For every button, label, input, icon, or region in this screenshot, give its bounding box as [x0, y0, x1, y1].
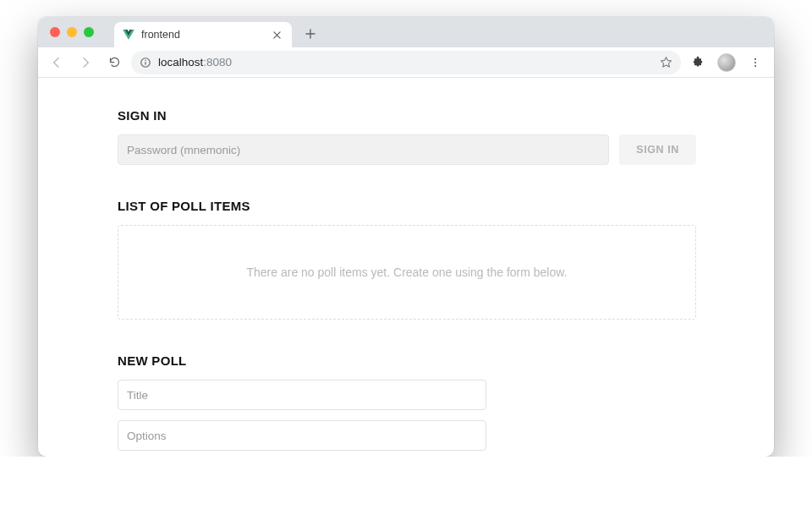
kebab-icon [749, 57, 761, 68]
arrow-left-icon [50, 56, 63, 69]
reload-icon [108, 56, 121, 68]
browser-tab[interactable]: frontend [114, 22, 292, 47]
back-button[interactable] [45, 51, 69, 74]
signin-form: SIGN IN [118, 134, 696, 165]
svg-rect-1 [145, 62, 145, 65]
star-icon [660, 56, 672, 68]
site-info-icon[interactable] [140, 57, 151, 68]
window-close-button[interactable] [50, 27, 60, 37]
menu-button[interactable] [743, 51, 767, 74]
svg-point-3 [754, 57, 756, 59]
arrow-right-icon [79, 56, 92, 69]
poll-options-input[interactable] [118, 420, 486, 451]
address-bar[interactable]: localhost:8080 [131, 51, 681, 74]
poll-list-empty-message: There are no poll items yet. Create one … [247, 266, 568, 279]
window-controls [47, 17, 99, 47]
url-host: localhost [158, 56, 203, 68]
url-port: :8080 [203, 56, 232, 68]
close-icon [273, 31, 281, 39]
new-poll-form [118, 380, 486, 451]
password-input[interactable] [118, 134, 609, 165]
plus-icon [305, 29, 315, 39]
bookmark-button[interactable] [660, 56, 672, 68]
window-minimize-button[interactable] [67, 27, 77, 37]
poll-title-input[interactable] [118, 380, 486, 410]
new-poll-heading: NEW POLL [118, 353, 696, 368]
poll-list-heading: LIST OF POLL ITEMS [118, 199, 696, 213]
profile-button[interactable] [715, 51, 738, 74]
tab-title: frontend [141, 29, 180, 41]
page-content: SIGN IN SIGN IN LIST OF POLL ITEMS There… [38, 78, 774, 457]
browser-toolbar: localhost:8080 [38, 47, 774, 78]
url-text: localhost:8080 [158, 56, 232, 68]
forward-button[interactable] [74, 51, 97, 74]
avatar-icon [717, 53, 736, 72]
tab-strip: frontend [38, 17, 774, 47]
svg-rect-2 [145, 59, 145, 60]
content-container: SIGN IN SIGN IN LIST OF POLL ITEMS There… [118, 108, 696, 457]
reload-button[interactable] [102, 51, 126, 74]
puzzle-icon [691, 56, 705, 69]
browser-window: frontend localhost:8080 [38, 17, 774, 457]
new-tab-button[interactable] [299, 22, 322, 46]
extensions-button[interactable] [686, 51, 710, 74]
svg-point-5 [754, 65, 756, 67]
tab-close-button[interactable] [270, 28, 283, 41]
vue-favicon-icon [123, 30, 134, 40]
signin-button[interactable]: SIGN IN [619, 134, 696, 165]
signin-heading: SIGN IN [118, 108, 696, 123]
window-zoom-button[interactable] [84, 27, 94, 37]
poll-list-empty: There are no poll items yet. Create one … [118, 225, 696, 320]
svg-point-4 [754, 61, 756, 63]
